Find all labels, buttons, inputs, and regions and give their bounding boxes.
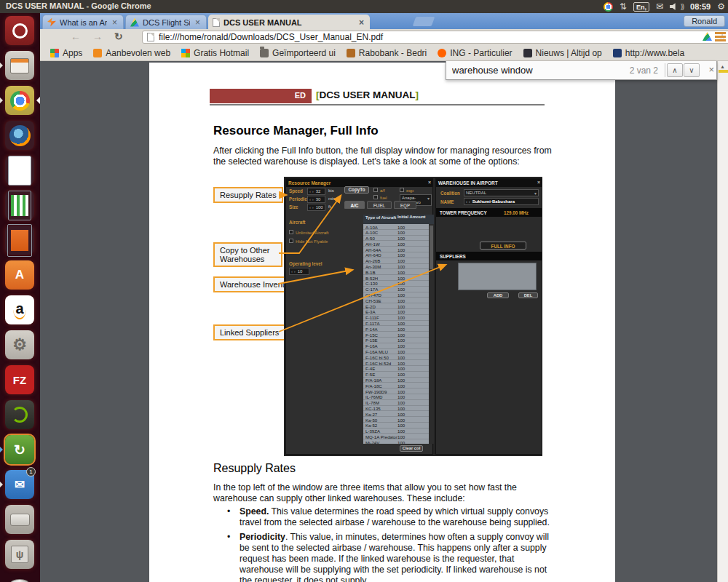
aircraft-row[interactable]: F-15C 100 xyxy=(363,332,429,338)
aircraft-row[interactable]: A-50 100 xyxy=(363,236,429,242)
impress-icon[interactable] xyxy=(5,226,34,255)
harddisk-icon[interactable] xyxy=(5,505,34,534)
aircraft-row[interactable]: C-17A 100 xyxy=(363,287,429,292)
aircraft-row[interactable]: F-14A 100 xyxy=(363,326,429,332)
clear-button[interactable]: Clear col xyxy=(400,445,423,452)
reload-button[interactable]: ↻ xyxy=(114,31,123,42)
aircraft-row[interactable]: An-26B 100 xyxy=(363,258,429,264)
aircraft-row[interactable]: Mi-24V 100 xyxy=(363,439,429,444)
address-bar[interactable]: file:///home/ronald/Downloads/DCS_User_M… xyxy=(142,31,728,44)
fuel-checkbox[interactable] xyxy=(373,195,378,199)
aircraft-row[interactable]: B-1B 100 xyxy=(363,269,429,275)
warehouse-name-field[interactable]: Sukhumi-Babushara xyxy=(464,198,539,205)
tab-close-icon[interactable]: × xyxy=(194,17,202,28)
aircraft-row[interactable]: KC-135 100 xyxy=(363,406,429,412)
aircraft-row[interactable]: AH-64A 100 xyxy=(363,247,429,252)
aircraft-row[interactable]: CH-47D 100 xyxy=(363,292,429,298)
find-previous-button[interactable]: ∧ xyxy=(667,63,683,77)
tab-fuel[interactable]: FUEL xyxy=(367,201,392,209)
nvidia-icon[interactable] xyxy=(5,400,34,429)
profile-button[interactable]: Ronald xyxy=(684,15,725,27)
aircraft-row[interactable]: F-4E 100 xyxy=(363,366,429,372)
aircraft-row[interactable]: Ka-27 100 xyxy=(363,411,429,417)
close-icon[interactable]: × xyxy=(537,180,540,185)
unlimited-aircraft-checkbox[interactable] xyxy=(289,230,293,234)
aircraft-table-scrollbar[interactable] xyxy=(429,224,434,444)
copyto-button[interactable]: CopyTo xyxy=(344,186,369,194)
bookmark-item[interactable]: Apps xyxy=(50,48,82,58)
aircraft-row[interactable]: F/A-18A 100 xyxy=(363,378,429,383)
tab-dcs-user-manual[interactable]: DCS USER MANUAL × xyxy=(208,15,370,31)
chrome-indicator-icon[interactable] xyxy=(604,2,613,12)
bookmark-item[interactable]: ING - Particulier xyxy=(438,48,512,58)
url-text[interactable]: file:///home/ronald/Downloads/DCS_User_M… xyxy=(159,32,713,42)
ubuntu-dash-icon[interactable] xyxy=(5,16,34,45)
speed-spinner[interactable]: 32 xyxy=(307,188,325,195)
find-input[interactable] xyxy=(452,63,645,77)
aircraft-row[interactable]: B-52H 100 xyxy=(363,275,429,281)
trash-icon[interactable] xyxy=(5,575,34,582)
tab-eqp[interactable]: EQP xyxy=(394,201,416,209)
vertical-scrollbar[interactable]: ▲ xyxy=(717,61,728,582)
periodicity-spinner[interactable]: 30 xyxy=(307,196,325,203)
aircraft-row[interactable]: F-16C bl.52d 100 xyxy=(363,360,429,366)
aircraft-row[interactable]: AH-64D 100 xyxy=(363,252,429,258)
hamburger-menu-icon[interactable] xyxy=(715,32,726,41)
aircraft-row[interactable]: Ka-52 100 xyxy=(363,423,429,428)
keyboard-layout-indicator[interactable]: En, xyxy=(633,2,649,12)
add-button[interactable]: ADD xyxy=(487,292,509,298)
mail-icon[interactable]: ✉ xyxy=(656,0,663,13)
aircraft-row[interactable]: A-10C 100 xyxy=(363,230,429,236)
aircraft-row[interactable]: F-111F 100 xyxy=(363,315,429,321)
bookmark-item[interactable]: Geïmporteerd ui xyxy=(260,48,336,58)
new-tab-button[interactable] xyxy=(413,17,435,26)
aircraft-row[interactable]: An-30M 100 xyxy=(363,264,429,270)
operating-level-spinner[interactable]: 10 xyxy=(289,268,309,275)
writer-icon[interactable] xyxy=(5,156,34,185)
chrome-icon[interactable] xyxy=(5,86,34,115)
aircraft-row[interactable]: C-130 100 xyxy=(363,281,429,287)
calc-icon[interactable] xyxy=(5,191,34,220)
firefox-icon[interactable] xyxy=(5,121,34,150)
size-spinner[interactable]: 100 xyxy=(307,204,325,211)
aircraft-row[interactable]: F-16C bl.50 100 xyxy=(363,354,429,360)
bookmark-item[interactable]: Aanbevolen web xyxy=(93,48,170,58)
aircraft-row[interactable]: FW-190D9 100 xyxy=(363,388,429,394)
aircraft-row[interactable]: F-15E 100 xyxy=(363,338,429,343)
software-center-icon[interactable] xyxy=(5,260,34,290)
aircraft-row[interactable]: F/A-18C 100 xyxy=(363,383,429,388)
filezilla-icon[interactable] xyxy=(5,365,34,394)
usb-drive-icon[interactable] xyxy=(5,540,34,569)
tab-dcs-flight-sim[interactable]: DCS Flight Sim - Goo × xyxy=(125,15,207,29)
aircraft-row[interactable]: F-117A 100 xyxy=(363,321,429,327)
amazon-icon[interactable] xyxy=(5,295,34,324)
aircraft-row[interactable]: AH-1W 100 xyxy=(363,241,429,247)
suppliers-list[interactable] xyxy=(458,263,537,290)
aircraft-row[interactable]: E-3A 100 xyxy=(363,309,429,315)
clock[interactable]: 08:59 xyxy=(690,2,711,11)
scroll-up-icon[interactable]: ▲ xyxy=(720,64,725,69)
bookmark-item[interactable]: Rabobank - Bedri xyxy=(347,48,427,58)
tab-what-is-an-ammunition[interactable]: What is an Ammunit × xyxy=(42,15,124,29)
aircraft-row[interactable]: F-16A 100 xyxy=(363,343,429,349)
aircraft-row[interactable]: Ka-50 100 xyxy=(363,417,429,423)
eqp-checkbox[interactable] xyxy=(400,188,404,192)
aircraft-row[interactable]: F-5E 100 xyxy=(363,372,429,378)
forward-button[interactable]: → xyxy=(92,31,103,42)
settings-icon[interactable] xyxy=(5,330,34,359)
af-checkbox[interactable] xyxy=(373,188,378,192)
del-button[interactable]: DEL xyxy=(518,292,538,298)
find-close-icon[interactable]: × xyxy=(708,64,714,75)
full-info-button[interactable]: FULL INFO xyxy=(480,242,526,250)
back-button[interactable]: ← xyxy=(71,31,81,42)
network-icon[interactable]: ⇅ xyxy=(620,0,627,13)
aircraft-row[interactable]: IL-76MD 100 xyxy=(363,394,429,400)
aircraft-row[interactable]: E-2D 100 xyxy=(363,303,429,309)
aircraft-row[interactable]: F-16A MLU 100 xyxy=(363,349,429,355)
files-icon[interactable] xyxy=(5,51,34,80)
hide-not-flyable-checkbox[interactable] xyxy=(289,239,293,243)
aircraft-row[interactable]: CH-53E 100 xyxy=(363,298,429,303)
session-gear-icon[interactable]: ⚙ xyxy=(717,0,725,13)
software-updater-icon[interactable] xyxy=(5,435,34,464)
coalition-dropdown[interactable]: NEUTRAL xyxy=(464,189,539,196)
